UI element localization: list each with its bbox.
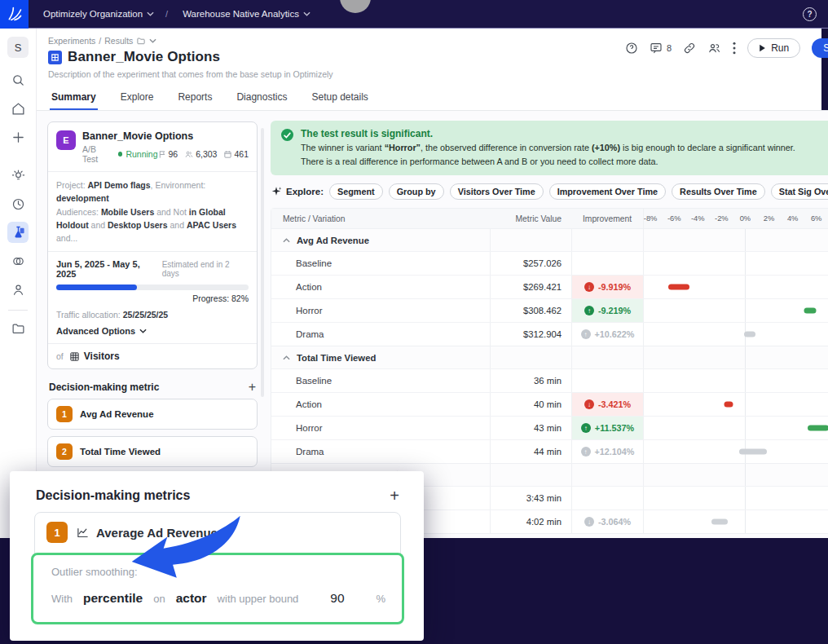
project-name: API Demo flags	[88, 180, 151, 190]
days-count: 461	[234, 149, 249, 159]
improvement-bar	[724, 402, 733, 408]
chip-results-over-time[interactable]: Results Over Time	[672, 183, 765, 200]
screen: Optimizely Organization / Warehouse Nati…	[0, 0, 828, 644]
experiment-type-icon	[48, 51, 62, 64]
progress-label: Progress: 82%	[48, 290, 257, 303]
rollouts-icon[interactable]	[7, 193, 29, 214]
top-navbar: Optimizely Organization / Warehouse Nati…	[0, 0, 828, 29]
table-row: Drama $312.904 ↑+10.622%	[271, 322, 828, 346]
section-avg-ad-revenue[interactable]: Avg Ad Revenue	[271, 228, 828, 251]
breadcrumb-results[interactable]: Results	[104, 36, 133, 46]
comments-icon[interactable]	[650, 42, 663, 55]
chip-segment[interactable]: Segment	[329, 183, 383, 200]
upper-bound-input[interactable]: 90	[330, 591, 344, 606]
chip-improvement-over-time[interactable]: Improvement Over Time	[549, 183, 666, 200]
nav-separator: /	[165, 9, 168, 19]
improvement-bar	[739, 449, 767, 455]
metric-card-total-time-viewed[interactable]: 2 Total Time Viewed	[47, 436, 258, 467]
optimizely-logo[interactable]	[0, 0, 29, 29]
main-area: Experiments / Results Banner_Movie Optio…	[37, 29, 828, 538]
arrow-up-icon: ↑	[581, 329, 591, 339]
chip-stat-sig-over-time[interactable]: Stat Sig Over Time	[771, 183, 828, 200]
axis-ticks: -8% -6% -4% -2% 0% 2% 4% 6% 8%	[643, 209, 828, 228]
ideas-icon[interactable]	[7, 165, 29, 186]
smoothing-method-select[interactable]: percentile	[83, 591, 143, 606]
chevron-down-icon	[147, 11, 154, 16]
chip-group-by[interactable]: Group by	[389, 183, 444, 200]
experiment-card: E Banner_Movie Options A/B Test Running …	[47, 121, 258, 369]
table-row: Horror $308.462 ↑-9.219%	[271, 298, 828, 322]
breadcrumb-experiments[interactable]: Experiments	[48, 36, 95, 46]
modal-metric-name: Average Ad Revenue	[96, 526, 218, 540]
modal-title: Decision-making metrics	[36, 488, 190, 503]
chevron-down-icon	[139, 329, 147, 333]
table-row: Baseline $257.026	[271, 251, 828, 275]
create-icon[interactable]	[7, 126, 29, 148]
outlier-smoothing-label: Outlier smoothing:	[51, 566, 402, 578]
decision-metrics-modal: Decision-making metrics + 1 Average Ad R…	[10, 471, 424, 641]
decision-metric-header: Decision-making metric	[49, 382, 159, 393]
improvement-bar	[668, 285, 689, 290]
environment-name: development	[56, 193, 109, 203]
denominator-row[interactable]: of Visitors	[48, 343, 257, 368]
improvement-bar	[808, 426, 828, 431]
audiences-icon[interactable]	[7, 250, 29, 271]
section-total-time-viewed[interactable]: Total Time Viewed	[271, 346, 828, 368]
kebab-menu-icon[interactable]	[733, 42, 736, 55]
help-icon[interactable]	[625, 42, 638, 55]
flag-icon	[158, 150, 167, 159]
search-icon[interactable]	[7, 69, 29, 90]
folder-icon	[136, 37, 146, 46]
home-icon[interactable]	[7, 98, 29, 119]
arrow-down-icon: ↓	[584, 282, 594, 292]
chip-visitors-over-time[interactable]: Visitors Over Time	[450, 183, 544, 200]
denominator-name: Visitors	[84, 351, 120, 362]
experiment-type: A/B Test	[82, 144, 112, 164]
flags-count: 96	[169, 149, 178, 159]
icon-rail: S	[0, 29, 37, 538]
improvement-bar	[804, 308, 817, 314]
table-row: Horror 43 min ↑+11.537%	[271, 416, 828, 439]
metric-card-avg-ad-revenue[interactable]: 1 Avg Ad Revenue	[47, 399, 258, 430]
banner-title: The test result is significant.	[301, 128, 795, 139]
line-chart-icon	[76, 527, 90, 539]
run-button[interactable]: Run	[747, 38, 800, 58]
folder-icon[interactable]	[7, 318, 29, 339]
arrow-up-icon: ↑	[581, 447, 591, 457]
play-icon	[759, 44, 766, 52]
table-row: Action $269.421 ↓-9.919%	[271, 275, 828, 298]
users-count: 6,303	[196, 149, 217, 159]
link-icon[interactable]	[683, 42, 696, 55]
metric-number-badge: 1	[46, 522, 68, 543]
tab-diagnostics[interactable]: Diagnostics	[235, 86, 288, 110]
users-icon	[184, 150, 194, 159]
tab-reports[interactable]: Reports	[176, 86, 214, 110]
collaborators-icon[interactable]	[707, 42, 721, 55]
profile-icon[interactable]	[7, 279, 29, 300]
tab-summary[interactable]: Summary	[50, 86, 98, 110]
advanced-options-toggle[interactable]: Advanced Options	[48, 320, 257, 343]
modal-add-metric-button[interactable]: +	[390, 487, 399, 504]
progress-fill	[56, 285, 137, 290]
smoothing-field-select[interactable]: actor	[176, 591, 207, 606]
panel-scrollbar[interactable]	[261, 128, 264, 397]
chevron-down-icon	[303, 11, 310, 16]
add-decision-metric-button[interactable]: +	[249, 381, 256, 394]
experiment-name: Banner_Movie Options	[82, 130, 249, 142]
table-row: Drama 44 min ↑+12.104%	[271, 439, 828, 463]
table-header: Metric / Variation Metric Value Improvem…	[271, 209, 828, 228]
experiments-icon[interactable]	[7, 222, 29, 243]
arrow-down-icon: ↓	[584, 517, 594, 527]
table-row: Action 40 min ↓-3.421%	[271, 392, 828, 416]
tab-setup-details[interactable]: Setup details	[310, 86, 369, 110]
chevron-up-icon	[283, 238, 290, 243]
workspace-avatar[interactable]: S	[7, 37, 29, 58]
status-badge: Running	[126, 149, 157, 159]
product-switcher[interactable]: Warehouse Native Analytics	[183, 9, 310, 19]
org-switcher[interactable]: Optimizely Organization	[43, 9, 154, 19]
save-button[interactable]: Save	[812, 38, 828, 58]
tab-explore[interactable]: Explore	[119, 86, 156, 110]
page-description: Description of the experiment that comes…	[48, 69, 828, 79]
page-header: Experiments / Results Banner_Movie Optio…	[37, 29, 828, 79]
help-icon[interactable]: ?	[803, 7, 817, 21]
